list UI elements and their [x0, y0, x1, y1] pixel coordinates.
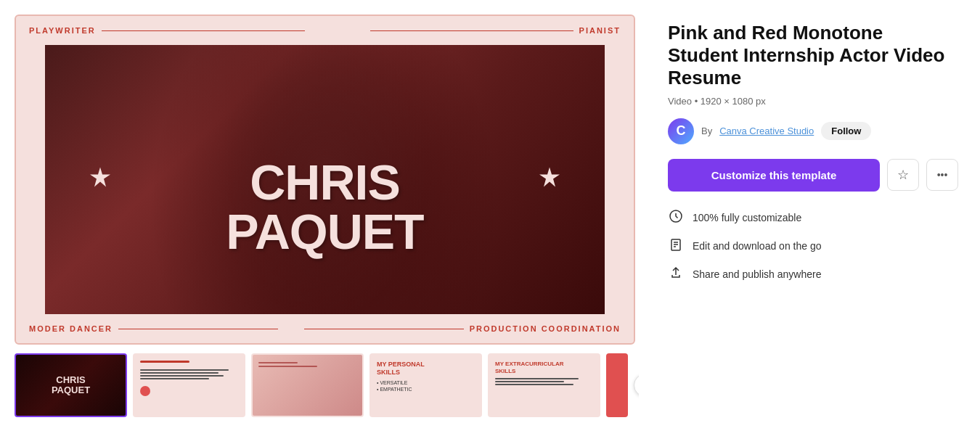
- svg-marker-1: [539, 167, 560, 186]
- thumb2-lines: [140, 369, 238, 379]
- thumb4-item2: • EMPATHETIC: [377, 387, 475, 392]
- thumbnail-6-partial[interactable]: [606, 353, 628, 417]
- thumb2-dot: [140, 386, 150, 396]
- right-panel: Pink and Red Monotone Student Internship…: [653, 0, 980, 444]
- feature-customizable: 100% fully customizable: [668, 209, 958, 227]
- thumb5-title: MY EXTRACURRICULARSKILLS: [495, 361, 593, 374]
- thumbnail-1[interactable]: CHRISPAQUET: [15, 353, 127, 417]
- thumbnail-2[interactable]: [133, 353, 245, 417]
- thumbnail-3[interactable]: [251, 353, 364, 417]
- follow-button[interactable]: Follow: [821, 122, 871, 140]
- svg-marker-0: [90, 167, 110, 186]
- star-left-icon: [89, 165, 112, 194]
- top-label-left: PLAYWRITER: [29, 26, 305, 35]
- star-button[interactable]: ☆: [887, 159, 919, 191]
- thumbnail-4[interactable]: MY PERSONALSKILLS • VERSATILE • EMPATHET…: [369, 353, 482, 417]
- left-panel: PLAYWRITER PIANIST CHRIS: [0, 0, 653, 444]
- share-icon: [668, 266, 684, 284]
- thumbnail-strip: CHRISPAQUET MY PERSONALSKILLS • VERSA: [15, 353, 639, 420]
- preview-name: CHRIS PAQUET: [226, 157, 423, 256]
- author-avatar: C: [668, 118, 694, 144]
- preview-top-labels: PLAYWRITER PIANIST: [16, 26, 634, 35]
- customizable-text: 100% fully customizable: [693, 212, 801, 223]
- share-text: Share and publish anywhere: [693, 268, 821, 280]
- thumb3-label: [258, 362, 356, 367]
- thumb2-line: [140, 361, 189, 363]
- features-list: 100% fully customizable Edit and downloa…: [668, 209, 958, 284]
- feature-edit: Edit and download on the go: [668, 237, 958, 255]
- template-title: Pink and Red Monotone Student Internship…: [668, 22, 958, 90]
- author-link[interactable]: Canva Creative Studio: [719, 126, 814, 136]
- thumb4-item1: • VERSATILE: [377, 380, 475, 385]
- bottom-label-left: MODER DANCER: [29, 324, 278, 333]
- more-button[interactable]: •••: [926, 159, 958, 191]
- more-icon: •••: [937, 169, 948, 181]
- preview-bottom-labels: MODER DANCER PRODUCTION COORDINATION: [16, 324, 634, 333]
- star-icon: ☆: [897, 167, 909, 183]
- action-row: Customize this template ☆ •••: [668, 159, 958, 192]
- bottom-label-right: PRODUCTION COORDINATION: [304, 324, 621, 333]
- star-right-icon: [538, 165, 561, 194]
- thumbnail-5[interactable]: MY EXTRACURRICULARSKILLS: [488, 353, 600, 417]
- customizable-icon: [668, 209, 684, 227]
- edit-icon: [668, 237, 684, 255]
- author-row: C By Canva Creative Studio Follow: [668, 118, 958, 144]
- author-by-label: By: [701, 126, 712, 136]
- thumb4-title: MY PERSONALSKILLS: [377, 361, 475, 377]
- main-preview: PLAYWRITER PIANIST CHRIS: [15, 15, 635, 345]
- feature-share: Share and publish anywhere: [668, 266, 958, 284]
- top-label-right: PIANIST: [370, 26, 621, 35]
- customize-button[interactable]: Customize this template: [668, 159, 880, 192]
- edit-text: Edit and download on the go: [693, 240, 821, 252]
- next-button[interactable]: ›: [634, 374, 639, 397]
- preview-image-area: CHRIS PAQUET: [45, 45, 605, 314]
- template-meta: Video • 1920 × 1080 px: [668, 96, 958, 107]
- thumb5-lines: [495, 378, 593, 385]
